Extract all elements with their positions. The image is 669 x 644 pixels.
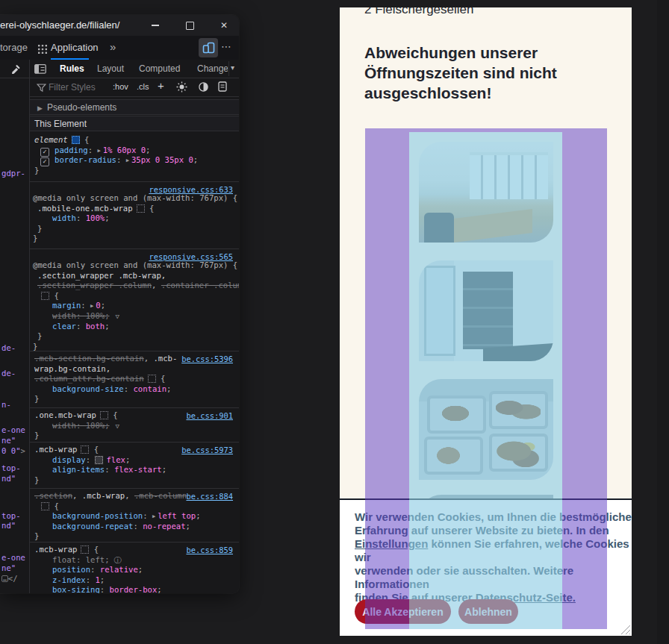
markup-fragment: nd" (1, 474, 16, 483)
expand-shorthand-icon[interactable]: ▶ (97, 148, 100, 154)
subtab-rules[interactable]: Rules (60, 63, 84, 74)
css-token: .section_wrapper .mcb-wrap, (37, 271, 166, 280)
css-token: box-sizing (52, 585, 100, 593)
css-line: .section_wrapper .column, .container .co… (30, 281, 239, 291)
subtab-overflow-caret[interactable]: ▾ (231, 63, 234, 72)
css-rule-be-884: be.css:884.section, .mcb-wrap, .mcb-colu… (30, 488, 239, 542)
property-checkbox[interactable]: ✓ (40, 157, 49, 166)
css-token: .mcb-wrap (34, 545, 77, 554)
css-line: ✓padding: ▶1% 60px 0; (30, 146, 239, 156)
flex-highlighter-icon[interactable] (41, 502, 49, 510)
markup-fragment: de- (1, 343, 16, 352)
css-line: background-position: ▶left top; (30, 511, 239, 522)
css-token: clear (52, 322, 76, 331)
css-token: } (33, 234, 37, 243)
css-token: .mcb- (153, 354, 177, 363)
window-title-url: erei-olyschlaeger.de/filialen/ (0, 19, 119, 31)
css-token: .section (34, 491, 72, 500)
css-token: { (156, 374, 166, 383)
css-token: ; (125, 455, 130, 464)
source-link[interactable]: be.css:859 (186, 545, 233, 554)
css-line: width: 100%; (30, 213, 239, 224)
source-link[interactable]: be.css:5973 (181, 446, 233, 454)
dark-scheme-icon[interactable] (198, 81, 209, 96)
tabs-overflow-chevron[interactable]: » (110, 40, 116, 53)
minimize-button[interactable] (148, 15, 163, 36)
css-line: @media only screen and (max-width: 767px… (30, 193, 239, 204)
close-button[interactable]: ✕ (217, 15, 231, 36)
devtools-menu-icon[interactable]: ⋯ (221, 40, 232, 52)
flex-highlighter-icon[interactable] (41, 292, 49, 300)
expand-shorthand-icon[interactable]: ▶ (90, 303, 93, 309)
maximize-button[interactable] (182, 15, 197, 36)
css-line: background-size: contain; (30, 384, 239, 395)
css-token: .section_wrapper .column (37, 281, 152, 290)
browser-viewport: 2 Fleischergesellen Abweichungen unserer… (340, 7, 632, 636)
overridden-filter-icon[interactable]: ▽ (116, 422, 119, 430)
css-token: { (89, 545, 99, 554)
source-link[interactable]: be.css:884 (186, 492, 233, 501)
source-link[interactable]: be.css:5396 (181, 354, 233, 363)
css-line: background-repeat: no-repeat; (30, 522, 239, 532)
markup-fragment: ne" (1, 436, 16, 445)
css-line: } (30, 331, 239, 342)
css-token: ; (196, 511, 200, 520)
flex-highlighter-icon[interactable] (100, 411, 108, 419)
tab-storage[interactable]: torage (0, 42, 28, 53)
toggle-hover-state[interactable]: :hov (113, 82, 128, 91)
intro-text: 2 Fleischergesellen (364, 7, 473, 17)
markup-fragment: nd" (1, 521, 16, 530)
css-token: : (143, 511, 152, 520)
pseudo-elements-header[interactable]: ▶Pseudo-elements (30, 99, 239, 115)
css-line: box-sizing: border-box; (30, 585, 239, 593)
css-token: width: 100%; (52, 311, 110, 320)
print-media-icon[interactable] (218, 81, 227, 95)
css-token: : (88, 146, 98, 154)
css-token: } (37, 331, 42, 340)
css-token: .mcb-column (134, 491, 187, 500)
window-titlebar[interactable]: erei-olyschlaeger.de/filialen/ ✕ (0, 15, 239, 36)
expand-shorthand-icon[interactable]: ▶ (152, 513, 155, 519)
css-line: } (30, 475, 239, 486)
highlight-content (409, 132, 562, 629)
flex-highlighter-icon[interactable] (137, 204, 145, 213)
subtab-computed[interactable]: Computed (139, 63, 180, 74)
expand-shorthand-icon[interactable]: ▶ (126, 157, 129, 163)
source-link[interactable]: be.css:901 (186, 411, 233, 420)
css-line: ✓border-radius: ▶35px 0 35px 0; (30, 155, 239, 166)
flex-highlighter-icon[interactable] (81, 446, 89, 454)
three-pane-toggle-icon[interactable] (34, 63, 46, 77)
subtab-changes[interactable]: Change (197, 63, 228, 74)
css-token: 35px 0 35px 0 (131, 155, 193, 164)
css-line: } (30, 224, 239, 234)
css-token: : (76, 322, 86, 331)
toggle-class-panel[interactable]: .cls (137, 82, 149, 91)
css-token: ; (101, 301, 105, 310)
markup-fragment: de- (1, 369, 16, 378)
flex-highlighter-icon[interactable] (95, 456, 103, 464)
screen: 2 Fleischergesellen Abweichungen unserer… (0, 0, 669, 644)
flex-highlighter-icon[interactable] (148, 375, 156, 383)
css-token: ; (167, 384, 171, 393)
viewport-resize-handle[interactable] (620, 624, 630, 634)
css-token: : (105, 465, 114, 474)
light-scheme-icon[interactable] (176, 81, 187, 96)
css-token: @media only screen and (max-width: 767px… (33, 193, 237, 202)
responsive-design-mode-button[interactable] (199, 38, 218, 57)
flex-highlighter-icon[interactable] (81, 545, 89, 554)
css-token: , (152, 281, 161, 290)
css-token: } (34, 531, 39, 540)
subtab-layout[interactable]: Layout (97, 63, 124, 74)
overridden-filter-icon[interactable]: ▽ (116, 313, 119, 320)
css-token: border-box (110, 585, 158, 593)
css-token: ; (186, 522, 190, 531)
css-token: border-radius (55, 155, 116, 164)
markup-fragment: e-one (1, 553, 25, 562)
add-rule-button[interactable]: + (158, 79, 164, 92)
css-token: background-repeat (52, 522, 133, 531)
filter-styles-input[interactable]: Filter Styles (49, 82, 96, 93)
css-line: } (30, 234, 239, 244)
css-token: { (89, 445, 99, 454)
tab-application[interactable]: Application (51, 42, 99, 53)
flex-highlighter-icon[interactable] (72, 136, 80, 144)
